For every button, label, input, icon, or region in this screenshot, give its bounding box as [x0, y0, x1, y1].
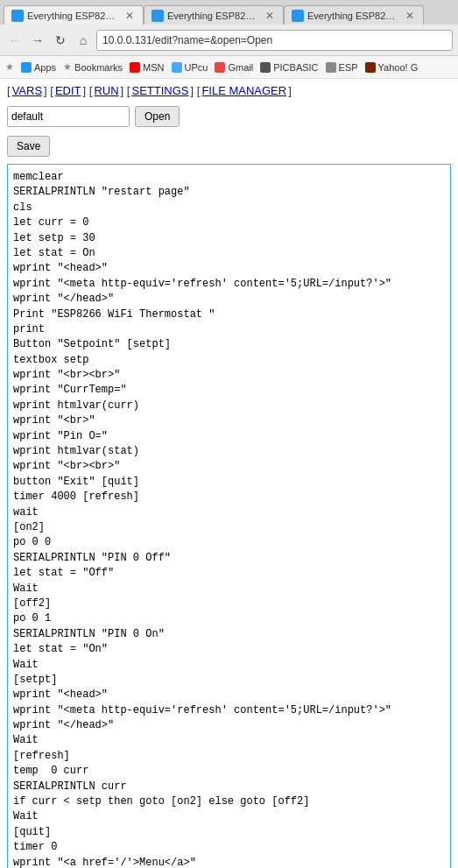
- bookmark-esp[interactable]: ESP: [326, 62, 358, 73]
- bookmark-gmail-icon: [215, 62, 225, 73]
- tab-3[interactable]: Everything ESP8266 - ✕: [284, 5, 424, 25]
- code-line: wprint "<br>": [13, 413, 445, 428]
- forward-button[interactable]: →: [28, 31, 47, 50]
- bookmark-msn-icon: [130, 62, 140, 73]
- code-line: let stat = "On": [13, 642, 445, 657]
- code-line: let stat = "Off": [13, 566, 445, 581]
- bookmark-msn[interactable]: MSN: [130, 62, 164, 73]
- code-line: wprint "</head>": [13, 718, 445, 733]
- bookmark-apps-icon: [21, 62, 32, 73]
- address-bar[interactable]: [96, 30, 453, 51]
- code-line: Wait: [13, 582, 445, 596]
- code-line: Button "Setpoint" [setpt]: [13, 337, 445, 352]
- code-line: wprint "Pin O=": [13, 429, 445, 444]
- code-line: wprint "</head>": [13, 292, 445, 307]
- code-line: wprint "<meta http-equiv='refresh' conte…: [13, 277, 445, 292]
- tab-1-title: Everything ESP8266 -: [27, 11, 120, 21]
- bookmark-yahoo[interactable]: Yahoo! G: [365, 62, 419, 73]
- code-line: Wait: [13, 733, 445, 748]
- bookmarks-bar: ★ Apps ★ Bookmarks MSN UPcu Gmail PICBAS…: [0, 56, 458, 79]
- code-line: wprint "<meta http-equiv='refresh' conte…: [13, 703, 445, 718]
- code-line: wprint "<head>": [13, 688, 445, 702]
- back-button[interactable]: ←: [5, 31, 25, 50]
- bookmark-upcu-icon: [172, 62, 182, 73]
- tab-3-favicon: [292, 10, 304, 22]
- code-line: wprint "<head>": [13, 261, 445, 276]
- code-line: temp 0 curr: [13, 764, 445, 779]
- code-line: Wait: [13, 658, 445, 673]
- code-line: cls: [13, 201, 445, 215]
- code-line: textbox setp: [13, 353, 445, 368]
- bookmark-gmail[interactable]: Gmail: [215, 62, 253, 73]
- tab-2-title: Everything ESP8266 -: [167, 11, 260, 21]
- code-line: wprint "<br><br>": [13, 459, 445, 474]
- nav-filemanager[interactable]: FILE MANAGER: [200, 84, 288, 97]
- open-button[interactable]: Open: [135, 106, 180, 127]
- code-line: wait: [13, 505, 445, 520]
- code-line: Wait: [13, 809, 445, 824]
- code-line: SERIALPRINTLN curr: [13, 780, 445, 794]
- code-line: wprint htmlvar(curr): [13, 399, 445, 413]
- code-line: memclear: [13, 170, 445, 185]
- code-line: print: [13, 322, 445, 337]
- bookmark-apps[interactable]: Apps: [21, 62, 56, 73]
- code-line: button "Exit" [quit]: [13, 475, 445, 490]
- code-line: [quit]: [13, 825, 445, 840]
- code-line: if curr < setp then goto [on2] else goto…: [13, 794, 445, 809]
- tab-1-favicon: [11, 10, 24, 22]
- code-editor[interactable]: memclearSERIALPRINTLN "restart page"clsl…: [7, 164, 451, 868]
- code-line: wprint htmlvar(stat): [13, 444, 445, 459]
- code-line: [on2]: [13, 520, 445, 535]
- tab-3-close[interactable]: ✕: [404, 10, 416, 22]
- bookmark-picbasic-icon: [260, 62, 271, 73]
- browser-tabs: Everything ESP8266 - ✕ Everything ESP826…: [0, 0, 458, 25]
- code-line: po 0 1: [13, 611, 445, 626]
- code-line: let curr = 0: [13, 215, 445, 230]
- code-line: po 0 0: [13, 535, 445, 550]
- page-content: [ VARS ] [ EDIT ] [ RUN ] [ SETTINGS ] […: [0, 79, 458, 868]
- code-line: wprint "CurrTemp=": [13, 383, 445, 398]
- nav-run[interactable]: RUN: [92, 84, 120, 97]
- nav-settings[interactable]: SETTINGS: [130, 84, 190, 97]
- tab-1-close[interactable]: ✕: [123, 10, 136, 22]
- code-line: Print "ESP8266 WiFi Thermostat ": [13, 307, 445, 322]
- home-button[interactable]: ⌂: [74, 31, 93, 50]
- code-line: [setpt]: [13, 673, 445, 688]
- bookmark-bookmarks[interactable]: ★ Bookmarks: [63, 61, 123, 73]
- code-line: [refresh]: [13, 749, 445, 764]
- bookmark-upcu[interactable]: UPcu: [172, 62, 208, 73]
- bookmark-yahoo-icon: [365, 62, 376, 73]
- nav-edit[interactable]: EDIT: [53, 84, 83, 97]
- bookmarks-star-icon: ★: [5, 61, 14, 73]
- code-line: SERIALPRINTLN "restart page": [13, 185, 445, 200]
- code-line: timer 0: [13, 840, 445, 855]
- filename-input[interactable]: [7, 106, 130, 127]
- code-line: timer 4000 [refresh]: [13, 490, 445, 505]
- code-line: SERIALPRINTLN "PIN 0 On": [13, 627, 445, 642]
- tab-1[interactable]: Everything ESP8266 - ✕: [4, 5, 144, 25]
- save-button[interactable]: Save: [7, 136, 50, 157]
- nav-links: [ VARS ] [ EDIT ] [ RUN ] [ SETTINGS ] […: [7, 84, 451, 97]
- code-line: let setp = 30: [13, 231, 445, 246]
- nav-vars[interactable]: VARS: [11, 84, 44, 97]
- tab-2-close[interactable]: ✕: [264, 10, 276, 22]
- bookmark-esp-icon: [326, 62, 336, 73]
- open-row: Open: [7, 106, 451, 127]
- code-line: wprint "<a href='/'>Menu</a>": [13, 856, 445, 868]
- bookmark-bookmarks-icon: ★: [63, 61, 72, 73]
- tab-2[interactable]: Everything ESP8266 - ✕: [144, 5, 284, 25]
- tab-2-favicon: [151, 10, 164, 22]
- tab-3-title: Everything ESP8266 -: [307, 11, 400, 21]
- reload-button[interactable]: ↻: [51, 31, 70, 50]
- code-line: let stat = On: [13, 246, 445, 261]
- code-line: wprint "<br><br>": [13, 368, 445, 383]
- browser-nav: ← → ↻ ⌂: [0, 25, 458, 56]
- code-line: [off2]: [13, 596, 445, 611]
- code-line: SERIALPRINTLN "PIN 0 Off": [13, 551, 445, 566]
- bookmark-picbasic[interactable]: PICBASIC: [260, 62, 318, 73]
